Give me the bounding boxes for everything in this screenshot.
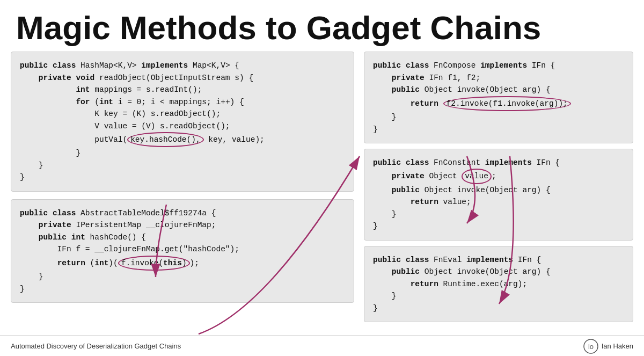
- left-column: public class HashMap<K,V> implements Map…: [11, 52, 354, 356]
- hashmap-code-box: public class HashMap<K,V> implements Map…: [11, 52, 354, 192]
- svg-text:io: io: [588, 343, 594, 351]
- footer-left-text: Automated Discovery of Deserialization G…: [11, 342, 181, 350]
- footer-logo: io Ian Haken: [583, 339, 633, 354]
- abstract-table-code-box: public class AbstractTableModel$ff19274a…: [11, 199, 354, 303]
- main-title: Magic Methods to Gadget Chains: [0, 0, 644, 52]
- footer: Automated Discovery of Deserialization G…: [0, 336, 644, 356]
- fn-constant-code-box: public class FnConstant implements IFn {…: [364, 149, 633, 241]
- fn-eval-code-box: public class FnEval implements IFn { pub…: [364, 246, 633, 322]
- fn-compose-code-box: public class FnCompose implements IFn { …: [364, 52, 633, 143]
- right-column: public class FnCompose implements IFn { …: [364, 52, 633, 356]
- logo-icon: io: [583, 339, 598, 354]
- footer-right-text: Ian Haken: [602, 342, 633, 350]
